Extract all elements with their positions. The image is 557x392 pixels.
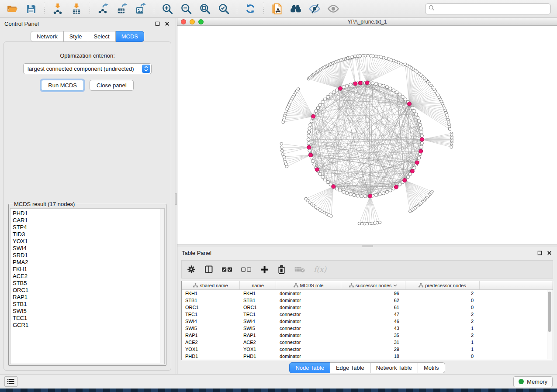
network-node[interactable] — [420, 141, 423, 144]
network-node[interactable] — [335, 89, 338, 92]
network-node[interactable] — [401, 95, 404, 98]
network-node[interactable] — [346, 192, 349, 195]
save-icon[interactable] — [23, 2, 39, 16]
network-node[interactable] — [385, 86, 388, 89]
network-node[interactable] — [419, 123, 422, 126]
column-header-successor-nodes[interactable]: successor nodes — [341, 281, 405, 289]
network-node[interactable] — [310, 120, 313, 123]
network-node[interactable] — [321, 175, 324, 179]
network-hub-node[interactable] — [365, 81, 369, 85]
zoom-fit-icon[interactable] — [197, 2, 213, 16]
tab-motifs[interactable]: Motifs — [418, 362, 445, 373]
splitter-handle[interactable] — [362, 245, 373, 247]
network-node[interactable] — [360, 195, 363, 198]
table-row[interactable]: SWI5SWI5connector431 — [182, 325, 553, 332]
network-hub-node[interactable] — [408, 102, 412, 106]
close-panel-icon[interactable] — [163, 20, 170, 27]
create-column-plus-icon[interactable] — [260, 265, 269, 274]
network-node[interactable] — [395, 91, 398, 94]
network-node[interactable] — [363, 195, 367, 198]
network-node[interactable] — [389, 189, 392, 192]
network-node[interactable] — [315, 110, 318, 113]
delete-column-trash-icon[interactable] — [277, 265, 286, 274]
network-hub-node[interactable] — [368, 194, 372, 198]
network-node[interactable] — [346, 84, 349, 87]
network-node[interactable] — [332, 91, 335, 94]
tab-mcds[interactable]: MCDS — [116, 31, 144, 42]
network-node[interactable] — [382, 84, 385, 87]
table-row[interactable]: ORC1ORC1dominator610 — [182, 304, 553, 311]
mcds-result-item[interactable]: PHD1 — [13, 210, 164, 217]
network-leaf-node[interactable] — [351, 56, 354, 59]
network-node[interactable] — [417, 156, 420, 159]
network-leaf-node[interactable] — [283, 155, 286, 158]
network-hub-node[interactable] — [403, 179, 407, 182]
network-leaf-node[interactable] — [358, 222, 361, 225]
network-node[interactable] — [404, 98, 407, 101]
refresh-icon[interactable] — [242, 2, 258, 16]
network-node[interactable] — [326, 95, 329, 98]
network-node[interactable] — [413, 110, 416, 113]
zoom-in-icon[interactable] — [159, 2, 175, 16]
panel-splitter-vertical[interactable] — [175, 18, 177, 374]
float-panel-icon[interactable] — [154, 20, 161, 27]
mcds-result-item[interactable]: PMA2 — [13, 259, 164, 266]
import-table-icon[interactable] — [69, 2, 84, 16]
mcds-result-list[interactable]: PHD1CAR1STP4TID3YOX1SWI4SRD1PMA2FKH1ACE2… — [10, 208, 165, 364]
float-panel-icon[interactable] — [536, 249, 543, 256]
mcds-result-item[interactable]: SWI4 — [13, 245, 164, 252]
mcds-result-item[interactable]: CAR1 — [13, 217, 164, 224]
column-header-mcds-role[interactable]: MCDS role — [276, 281, 341, 289]
mcds-result-item[interactable]: ORC1 — [13, 287, 164, 294]
network-node[interactable] — [318, 172, 322, 175]
network-node[interactable] — [420, 131, 423, 134]
table-row[interactable]: PHD1PHD1dominator180 — [182, 353, 553, 360]
column-header-predecessor-nodes[interactable]: predecessor nodes — [405, 281, 480, 289]
export-table-icon[interactable] — [114, 2, 130, 16]
network-node[interactable] — [309, 123, 312, 126]
network-leaf-node[interactable] — [280, 142, 283, 145]
tab-network[interactable]: Network — [31, 31, 64, 42]
scrollbar-thumb[interactable] — [548, 292, 551, 332]
network-node[interactable] — [326, 181, 329, 184]
close-panel-icon[interactable] — [546, 249, 553, 256]
network-hub-node[interactable] — [332, 185, 336, 189]
search-network-icon[interactable] — [288, 2, 304, 16]
network-node[interactable] — [371, 82, 374, 85]
hide-visual-properties-icon[interactable] — [307, 2, 322, 16]
network-leaf-node[interactable] — [297, 88, 300, 91]
network-hub-node[interactable] — [358, 81, 362, 85]
network-leaf-node[interactable] — [281, 153, 284, 156]
network-node[interactable] — [318, 103, 322, 107]
tab-network-table[interactable]: Network Table — [370, 362, 418, 373]
network-node[interactable] — [392, 89, 395, 92]
network-node[interactable] — [307, 134, 310, 137]
network-node[interactable] — [353, 193, 356, 196]
network-node[interactable] — [420, 134, 423, 137]
network-node[interactable] — [307, 138, 310, 141]
network-leaf-node[interactable] — [304, 197, 308, 200]
table-row[interactable]: ACE2ACE2connector311 — [182, 339, 553, 346]
mcds-result-item[interactable]: GCR1 — [13, 322, 164, 329]
network-hub-node[interactable] — [315, 168, 319, 172]
network-node[interactable] — [356, 194, 359, 197]
network-hub-node[interactable] — [394, 185, 398, 189]
run-mcds-button[interactable]: Run MCDS — [41, 80, 84, 91]
network-node[interactable] — [385, 190, 388, 193]
mcds-result-item[interactable]: SWI5 — [13, 308, 164, 315]
network-node[interactable] — [375, 82, 378, 85]
mcds-result-item[interactable]: TID3 — [13, 231, 164, 238]
network-node[interactable] — [378, 193, 381, 196]
network-leaf-node[interactable] — [280, 149, 284, 152]
network-node[interactable] — [419, 127, 422, 130]
network-hub-node[interactable] — [339, 86, 343, 90]
network-hub-node[interactable] — [415, 161, 419, 165]
network-node[interactable] — [389, 87, 392, 90]
mcds-result-item[interactable]: TEC1 — [13, 315, 164, 322]
mcds-result-item[interactable]: ACE2 — [13, 273, 164, 280]
splitter-handle[interactable] — [175, 193, 177, 205]
zoom-selected-icon[interactable] — [216, 2, 232, 16]
network-node[interactable] — [311, 160, 314, 163]
export-network-icon[interactable] — [95, 2, 111, 16]
show-task-history-button[interactable] — [4, 376, 17, 387]
